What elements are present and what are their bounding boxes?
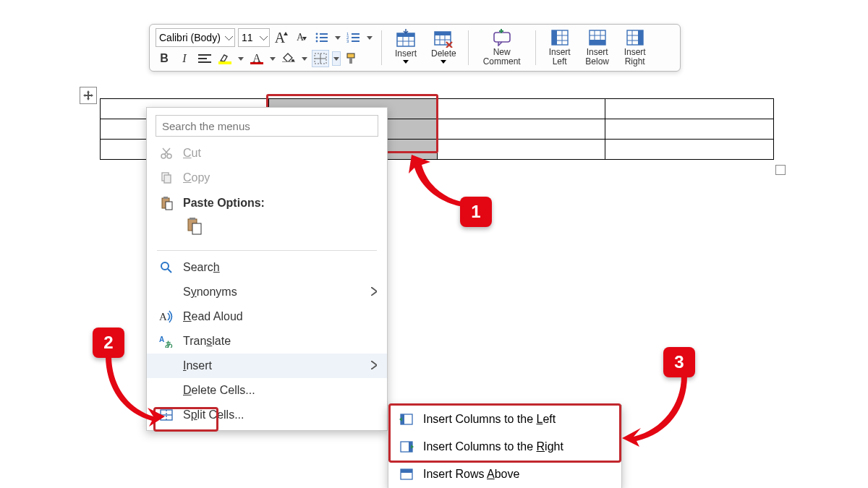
shrink-font-button[interactable]: A: [293, 29, 310, 46]
svg-text:A: A: [159, 311, 167, 322]
bullets-dropdown[interactable]: [333, 36, 342, 40]
callout-arrow-3: [619, 376, 692, 448]
menu-copy-label: opy: [192, 171, 210, 184]
svg-point-63: [161, 262, 169, 270]
menu-read-aloud-label: ead Aloud: [192, 310, 243, 322]
highlight-color-button[interactable]: [216, 50, 234, 67]
svg-rect-20: [349, 58, 352, 64]
mini-toolbar: A A 123 B I A: [149, 24, 681, 72]
font-color-dropdown[interactable]: [268, 57, 277, 61]
svg-point-51: [161, 154, 166, 158]
svg-rect-7: [352, 33, 359, 35]
menu-split-cells-label: S: [183, 408, 191, 421]
svg-rect-19: [347, 53, 354, 58]
svg-rect-12: [198, 54, 211, 56]
grow-font-button[interactable]: A: [273, 29, 290, 46]
svg-rect-59: [166, 202, 172, 210]
submenu-cols-right-label: Insert Columns to the: [423, 440, 537, 453]
delete-table-button[interactable]: Delete: [427, 27, 461, 68]
read-aloud-icon: A: [158, 310, 174, 323]
svg-point-0: [316, 33, 318, 35]
callout-badge-1: 1: [460, 197, 492, 227]
menu-delete-cells[interactable]: Delete Cells...: [147, 378, 387, 403]
insert-left-button[interactable]: InsertLeft: [543, 27, 576, 68]
italic-button[interactable]: I: [176, 50, 193, 67]
svg-rect-62: [192, 223, 201, 234]
shading-button[interactable]: [280, 50, 297, 67]
svg-point-4: [316, 40, 318, 43]
svg-rect-9: [352, 37, 359, 38]
svg-rect-1: [320, 33, 328, 35]
insert-cols-left-icon: [399, 413, 414, 426]
svg-rect-47: [638, 30, 643, 45]
svg-rect-58: [163, 197, 168, 199]
menu-insert[interactable]: Insert: [147, 354, 387, 378]
svg-rect-42: [590, 40, 605, 45]
align-button[interactable]: [196, 50, 213, 67]
menu-cut-label: t: [197, 147, 200, 159]
insert-cols-right-icon: [399, 440, 414, 453]
table-move-handle[interactable]: [80, 87, 97, 104]
insert-right-button[interactable]: InsertRight: [618, 27, 652, 68]
menu-synonyms[interactable]: Synonyms: [147, 280, 387, 304]
svg-rect-37: [552, 30, 557, 45]
svg-point-2: [316, 37, 318, 39]
copy-icon: [158, 171, 174, 184]
insert-rows-above-icon: [399, 468, 414, 481]
svg-text:A: A: [159, 335, 164, 343]
bold-button[interactable]: B: [156, 50, 173, 67]
shading-dropdown[interactable]: [300, 57, 309, 61]
submenu-cols-left-label: Insert Columns to the: [423, 413, 537, 425]
paste-options-label: Paste Options:: [183, 197, 265, 210]
font-color-button[interactable]: A: [248, 50, 265, 67]
bullets-button[interactable]: [313, 29, 331, 46]
paste-keep-source-button[interactable]: [183, 215, 205, 238]
menu-search[interactable]: Search: [147, 255, 387, 280]
insert-below-button[interactable]: InsertBelow: [581, 27, 614, 68]
menu-split-cells[interactable]: Split Cells...: [147, 403, 387, 427]
submenu-rows-above[interactable]: Insert Rows Above: [388, 461, 621, 488]
submenu-cols-left[interactable]: Insert Columns to the Left: [388, 406, 621, 433]
split-cells-icon: [158, 409, 174, 421]
menu-translate-label: Tran: [183, 335, 206, 347]
menu-search-input[interactable]: [156, 115, 378, 137]
svg-rect-61: [190, 218, 195, 220]
svg-rect-27: [435, 32, 451, 35]
context-menu: Cut Copy Paste Options: Search Synonyms …: [146, 107, 388, 431]
highlight-color-dropdown[interactable]: [237, 57, 245, 61]
menu-copy: Copy: [147, 166, 387, 190]
numbering-button[interactable]: 123: [345, 29, 362, 46]
table-resize-handle[interactable]: [775, 165, 786, 175]
svg-rect-11: [352, 40, 359, 42]
svg-text:3: 3: [346, 39, 349, 43]
svg-rect-13: [198, 58, 207, 59]
svg-rect-56: [164, 175, 171, 183]
svg-rect-33: [494, 33, 510, 42]
numbering-dropdown[interactable]: [365, 36, 374, 40]
format-painter-button[interactable]: [344, 50, 361, 67]
menu-read-aloud[interactable]: A Read Aloud: [147, 304, 387, 329]
svg-point-52: [167, 154, 171, 158]
chevron-right-icon: [371, 359, 377, 372]
menu-translate[interactable]: Aあ Translate: [147, 329, 387, 354]
chevron-right-icon: [371, 286, 377, 299]
font-size-select[interactable]: [238, 28, 270, 47]
borders-button[interactable]: [312, 50, 329, 67]
borders-dropdown[interactable]: [332, 51, 341, 66]
translate-icon: Aあ: [158, 335, 174, 348]
callout-badge-2: 2: [93, 328, 124, 358]
submenu-rows-above-label: Insert Rows: [423, 468, 487, 480]
menu-paste-options-heading: Paste Options:: [147, 190, 387, 212]
search-icon: [158, 261, 174, 274]
cut-icon: [158, 147, 174, 160]
svg-rect-3: [320, 37, 328, 38]
svg-rect-14: [198, 61, 211, 63]
svg-rect-76: [401, 469, 412, 473]
insert-table-button[interactable]: Insert: [389, 27, 422, 68]
font-name-select[interactable]: [156, 28, 235, 47]
callout-badge-3: 3: [663, 347, 695, 377]
menu-cut: Cut: [147, 141, 387, 166]
new-comment-button[interactable]: NewComment: [476, 27, 528, 68]
submenu-cols-right[interactable]: Insert Columns to the Right: [388, 433, 621, 461]
menu-synonyms-label: S: [183, 286, 191, 298]
